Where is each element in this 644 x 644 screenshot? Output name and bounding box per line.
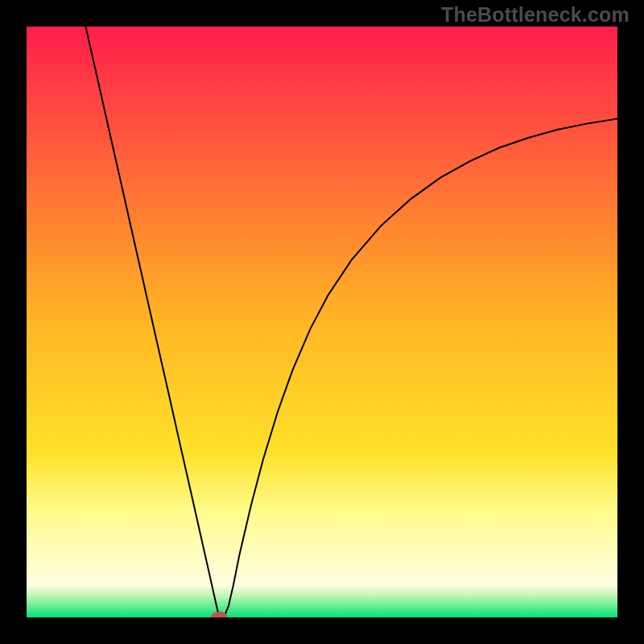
plot-area <box>27 27 617 617</box>
chart-frame: TheBottleneck.com <box>0 0 644 644</box>
plot-background <box>27 27 617 617</box>
watermark-text: TheBottleneck.com <box>441 3 630 27</box>
